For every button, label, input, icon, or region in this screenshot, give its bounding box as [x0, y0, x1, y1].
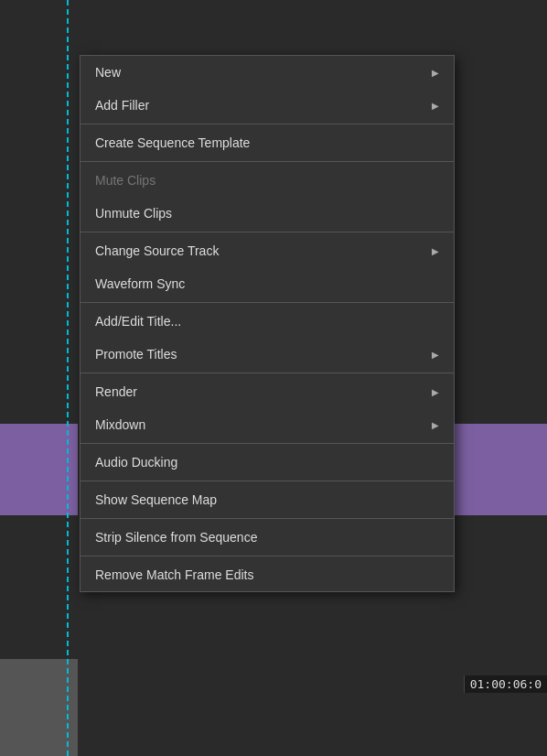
menu-item-label-remove-match-frame: Remove Match Frame Edits — [95, 567, 439, 582]
menu-item-label-create-sequence-template: Create Sequence Template — [95, 135, 439, 150]
playhead-line — [67, 0, 69, 756]
menu-item-label-add-edit-title: Add/Edit Title... — [95, 314, 439, 329]
menu-item-mixdown[interactable]: Mixdown▶ — [80, 408, 454, 441]
timecode-display: 01:00:06:0 — [464, 675, 547, 693]
menu-item-label-mixdown: Mixdown — [95, 417, 424, 432]
menu-item-audio-ducking[interactable]: Audio Ducking — [80, 446, 454, 479]
menu-item-label-strip-silence: Strip Silence from Sequence — [95, 530, 439, 545]
menu-item-unmute-clips[interactable]: Unmute Clips — [80, 197, 454, 230]
menu-item-label-change-source-track: Change Source Track — [95, 243, 424, 258]
submenu-arrow-icon-change-source-track: ▶ — [432, 246, 439, 256]
menu-item-label-unmute-clips: Unmute Clips — [95, 206, 439, 221]
menu-item-remove-match-frame[interactable]: Remove Match Frame Edits — [80, 558, 454, 591]
menu-item-label-mute-clips: Mute Clips — [95, 173, 439, 188]
menu-item-add-filler[interactable]: Add Filler▶ — [80, 89, 454, 122]
menu-item-create-sequence-template[interactable]: Create Sequence Template — [80, 126, 454, 159]
menu-item-show-sequence-map[interactable]: Show Sequence Map — [80, 483, 454, 516]
context-menu: New▶Add Filler▶Create Sequence TemplateM… — [80, 55, 455, 592]
menu-item-promote-titles[interactable]: Promote Titles▶ — [80, 338, 454, 371]
menu-separator-mixdown — [80, 443, 454, 444]
menu-item-label-show-sequence-map: Show Sequence Map — [95, 492, 439, 507]
menu-item-label-waveform-sync: Waveform Sync — [95, 276, 439, 291]
menu-item-waveform-sync[interactable]: Waveform Sync — [80, 267, 454, 300]
menu-item-new[interactable]: New▶ — [80, 56, 454, 89]
purple-clip-right — [446, 424, 547, 515]
menu-item-label-render: Render — [95, 384, 424, 399]
submenu-arrow-icon-render: ▶ — [432, 387, 439, 397]
menu-separator-waveform-sync — [80, 302, 454, 303]
menu-item-mute-clips: Mute Clips — [80, 164, 454, 197]
menu-separator-promote-titles — [80, 373, 454, 373]
menu-item-strip-silence[interactable]: Strip Silence from Sequence — [80, 521, 454, 554]
menu-separator-add-filler — [80, 124, 454, 124]
submenu-arrow-icon-promote-titles: ▶ — [432, 350, 439, 360]
submenu-arrow-icon-add-filler: ▶ — [432, 101, 439, 111]
menu-item-label-add-filler: Add Filler — [95, 98, 424, 113]
menu-item-label-new: New — [95, 65, 424, 80]
menu-item-render[interactable]: Render▶ — [80, 375, 454, 408]
menu-separator-unmute-clips — [80, 232, 454, 232]
menu-item-add-edit-title[interactable]: Add/Edit Title... — [80, 305, 454, 338]
menu-item-change-source-track[interactable]: Change Source Track▶ — [80, 234, 454, 267]
submenu-arrow-icon-new: ▶ — [432, 68, 439, 78]
menu-separator-audio-ducking — [80, 481, 454, 481]
menu-separator-show-sequence-map — [80, 518, 454, 519]
menu-item-label-promote-titles: Promote Titles — [95, 347, 424, 362]
submenu-arrow-icon-mixdown: ▶ — [432, 420, 439, 430]
menu-separator-strip-silence — [80, 556, 454, 556]
menu-item-label-audio-ducking: Audio Ducking — [95, 455, 439, 470]
menu-separator-create-sequence-template — [80, 161, 454, 162]
